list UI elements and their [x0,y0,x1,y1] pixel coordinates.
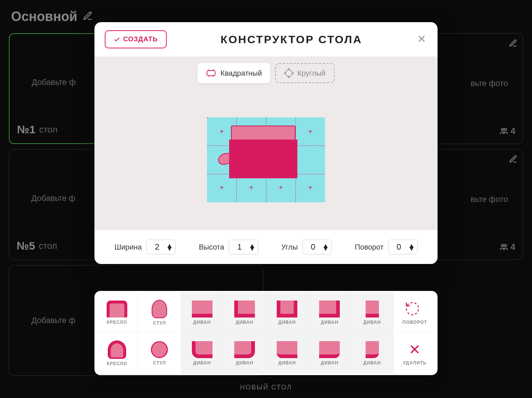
table-type: стол [39,124,58,135]
table-number: №1 [17,123,35,136]
capacity: 4 [500,242,515,252]
palette-sofa[interactable]: ДИВАН [308,333,351,374]
new-table-label: НОВЫЙ СТОЛ [240,384,292,391]
palette-delete[interactable]: ✕ УДАЛИТЬ [394,333,436,374]
table-piece[interactable] [229,140,297,178]
corners-input[interactable]: 0 ▴▾ [302,240,332,254]
svg-rect-6 [207,71,215,76]
param-corners-label: Углы [281,243,298,251]
rotate-icon [404,301,425,318]
shape-tab-square[interactable]: Квадратный [197,63,270,83]
add-photo-label: Добавьте фото [17,41,76,123]
svg-point-0 [501,128,504,131]
pencil-icon[interactable] [509,39,518,49]
palette-sofa[interactable]: ДИВАН [266,333,308,374]
create-button[interactable]: СОЗДАТЬ [105,30,167,48]
table-number: №5 [17,240,35,252]
shape-tab-round[interactable]: Круглый [275,63,335,83]
param-width-label: Ширина [114,243,142,251]
modal-title: КОНСТРУКТОР СТОЛА [167,33,416,46]
svg-point-3 [504,244,507,247]
stepper-down-icon[interactable]: ▾ [324,247,328,250]
svg-point-15 [292,73,293,74]
palette-armchair[interactable]: КРЕСЛО [96,292,138,333]
palette-rotate[interactable]: ПОВОРОТ [394,292,436,333]
palette-chair[interactable]: СТУЛ [138,292,181,333]
pencil-icon[interactable] [509,155,518,165]
palette-sofa[interactable]: ДИВАН [181,292,224,333]
svg-point-12 [288,69,289,70]
delete-icon: ✕ [404,341,425,358]
svg-point-13 [288,77,289,78]
param-height-label: Высота [199,243,224,251]
height-input[interactable]: 1 ▴▾ [229,240,258,254]
svg-point-2 [501,244,504,247]
svg-point-11 [286,70,292,76]
palette-sofa[interactable]: ДИВАН [266,292,308,333]
pencil-icon[interactable] [83,11,93,23]
add-photo-label: Добавьте фото [17,157,76,240]
stepper-down-icon[interactable]: ▾ [167,247,172,250]
table-type: стол [39,241,57,251]
palette-sofa[interactable]: ДИВАН [351,333,394,374]
furniture-palette: КРЕСЛО СТУЛ ДИВАН ДИВАН ДИВАН ДИВАН ДИВА… [94,291,438,375]
add-photo-label: Добавьте фото [17,273,76,368]
palette-sofa[interactable]: ДИВАН [351,292,394,333]
capacity: 4 [500,126,515,136]
svg-point-1 [504,128,507,131]
palette-sofa[interactable]: ДИВАН [224,333,266,374]
palette-sofa[interactable]: ДИВАН [224,292,266,333]
table-constructor-modal: СОЗДАТЬ КОНСТРУКТОР СТОЛА Квадратный Кру… [94,22,438,264]
close-icon[interactable] [416,33,427,46]
stepper-down-icon[interactable]: ▾ [250,247,254,250]
rotation-input[interactable]: 0 ▴▾ [388,240,418,254]
palette-sofa[interactable]: ДИВАН [308,292,351,333]
page-title: Основной [11,9,77,24]
palette-armchair[interactable]: КРЕСЛО [96,333,138,374]
svg-point-14 [284,73,285,74]
constructor-canvas[interactable]: + + + + + + [94,90,438,230]
palette-stool[interactable]: СТУЛ [138,333,181,374]
palette-sofa[interactable]: ДИВАН [181,333,224,374]
width-input[interactable]: 2 ▴▾ [146,240,176,254]
param-rotation-label: Поворот [355,243,384,251]
stepper-down-icon[interactable]: ▾ [410,247,414,250]
